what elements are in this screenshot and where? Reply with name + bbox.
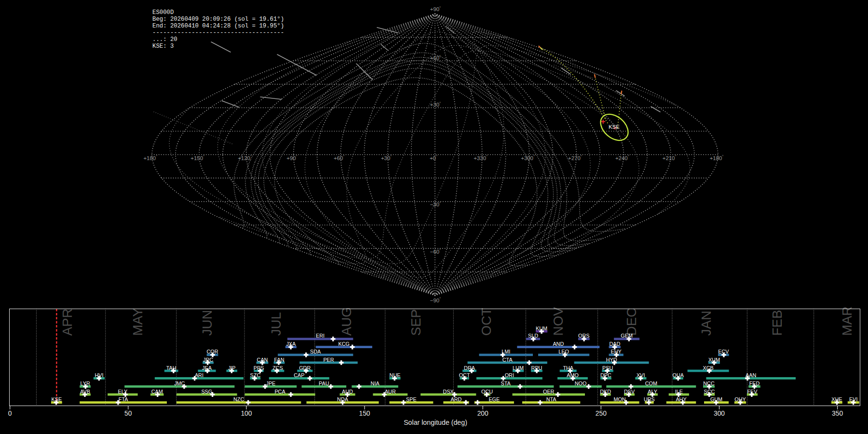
svg-text:+240°: +240° [615, 154, 629, 161]
svg-text:+60°: +60° [430, 54, 441, 61]
svg-text:+270°: +270° [568, 154, 582, 161]
svg-text:SSG: SSG [201, 389, 212, 394]
svg-text:FEV: FEV [747, 389, 758, 394]
svg-text:SLD: SLD [528, 333, 538, 339]
svg-text:−60°: −60° [430, 248, 441, 255]
svg-text:LUM: LUM [513, 365, 524, 371]
svg-text:SEP: SEP [408, 309, 423, 336]
svg-text:+120°: +120° [238, 154, 252, 161]
svg-text:+30°: +30° [430, 101, 441, 108]
svg-text:COM: COM [645, 380, 657, 386]
svg-text:EVI: EVI [849, 396, 857, 402]
svg-text:PSU: PSU [602, 365, 613, 371]
svg-text:+300°: +300° [521, 154, 535, 161]
svg-text:ECV: ECV [718, 349, 729, 354]
svg-text:COR: COR [207, 349, 218, 354]
svg-text:NUE: NUE [390, 372, 401, 378]
svg-text:+330°: +330° [474, 154, 488, 161]
svg-text:OCU: OCU [481, 389, 493, 394]
svg-text:SZC: SZC [250, 372, 261, 378]
svg-text:KSE: KSE [51, 396, 62, 402]
svg-text:STA: STA [501, 380, 511, 386]
svg-text:SPE: SPE [406, 396, 417, 402]
svg-text:ZCS: ZCS [272, 365, 283, 371]
svg-text:ES000D: ES000D [152, 9, 174, 16]
svg-text:End: 20260410 04:24:28 (sol =: End: 20260410 04:24:28 (sol = 19.95°) [152, 23, 284, 29]
svg-text:URS: URS [644, 396, 655, 402]
svg-text:JEA: JEA [202, 365, 212, 371]
svg-text:KSE: KSE [609, 123, 620, 130]
svg-text:DSX: DSX [443, 389, 454, 394]
svg-text:PCA: PCA [274, 389, 285, 394]
svg-text:LEO: LEO [558, 349, 569, 354]
svg-text:−90°: −90° [430, 297, 441, 303]
svg-text:DEC: DEC [624, 308, 639, 336]
svg-text:JUL: JUL [269, 312, 284, 336]
svg-text:NOV: NOV [551, 307, 566, 336]
svg-text:MAY: MAY [130, 308, 145, 336]
svg-text:300: 300 [714, 410, 725, 417]
svg-text:AUG: AUG [339, 307, 354, 336]
svg-text:250: 250 [596, 410, 607, 417]
svg-text:+60°: +60° [334, 154, 345, 161]
svg-text:FEB: FEB [770, 310, 785, 336]
svg-text:XUM: XUM [708, 357, 720, 363]
svg-text:Beg: 20260409 20:09:26 (sol =: Beg: 20260409 20:09:26 (sol = 19.61°) [152, 16, 284, 23]
svg-text:200: 200 [477, 410, 488, 417]
svg-text:ORS: ORS [578, 333, 589, 339]
svg-text:ILE: ILE [675, 389, 683, 394]
svg-text:DKD: DKD [600, 389, 611, 394]
svg-text:NDA: NDA [337, 396, 349, 402]
svg-text:AUR: AUR [385, 389, 396, 394]
svg-text:FAN: FAN [274, 357, 285, 363]
svg-text:OHY: OHY [734, 396, 746, 402]
svg-text:150: 150 [359, 410, 370, 417]
svg-text:EGE: EGE [488, 396, 500, 402]
svg-text:NTA: NTA [546, 396, 557, 402]
svg-text:CAP: CAP [294, 372, 304, 378]
svg-text:+150°: +150° [190, 154, 204, 161]
svg-text:GEM: GEM [621, 333, 633, 339]
svg-text:NZC: NZC [233, 396, 244, 402]
svg-text:SDA: SDA [310, 349, 321, 354]
svg-text:AAN: AAN [746, 372, 756, 378]
svg-text:ARD: ARD [451, 396, 462, 402]
svg-text:SCC: SCC [704, 389, 715, 394]
svg-text:JRC: JRC [203, 357, 213, 363]
svg-text:+210°: +210° [663, 154, 677, 161]
svg-text:THA: THA [563, 365, 573, 371]
svg-text:LMI: LMI [502, 349, 510, 354]
svg-text:AVB: AVB [80, 389, 90, 394]
svg-text:DPC: DPC [600, 372, 611, 378]
svg-text:ARI: ARI [195, 372, 203, 378]
svg-text:ORI: ORI [505, 372, 514, 378]
svg-text:ALY: ALY [648, 389, 657, 394]
svg-text:JXA: JXA [286, 341, 296, 347]
svg-text:NOO: NOO [575, 380, 587, 386]
svg-text:PPS: PPS [254, 365, 264, 371]
svg-text:MAR: MAR [840, 306, 854, 336]
svg-text:JMC: JMC [174, 380, 185, 386]
svg-text:Solar longitude (deg): Solar longitude (deg) [404, 419, 467, 426]
svg-text:JAN: JAN [699, 311, 714, 336]
svg-text:AMO: AMO [567, 372, 579, 378]
svg-text:CAM: CAM [151, 389, 163, 394]
svg-text:+180°: +180° [143, 154, 157, 161]
svg-text:GDR: GDR [299, 365, 311, 371]
svg-text:OER: OER [543, 389, 555, 394]
svg-text:JUN: JUN [200, 310, 215, 336]
svg-text:GUM: GUM [710, 396, 722, 402]
svg-text:QUA: QUA [672, 372, 684, 378]
svg-text:ERI: ERI [316, 333, 325, 339]
svg-text:XCB: XCB [703, 365, 713, 371]
svg-text:RPU: RPU [531, 365, 542, 371]
svg-text:APR: APR [60, 309, 75, 336]
svg-text:XHE: XHE [831, 396, 842, 402]
svg-text:TAH: TAH [166, 365, 176, 371]
svg-text:KUM: KUM [536, 326, 547, 331]
svg-text:HVI: HVI [95, 372, 103, 378]
svg-text:MON: MON [613, 396, 625, 402]
svg-text:NIA: NIA [371, 380, 380, 386]
svg-text:AUD: AUD [342, 389, 353, 394]
svg-text:JIP: JIP [228, 365, 236, 371]
